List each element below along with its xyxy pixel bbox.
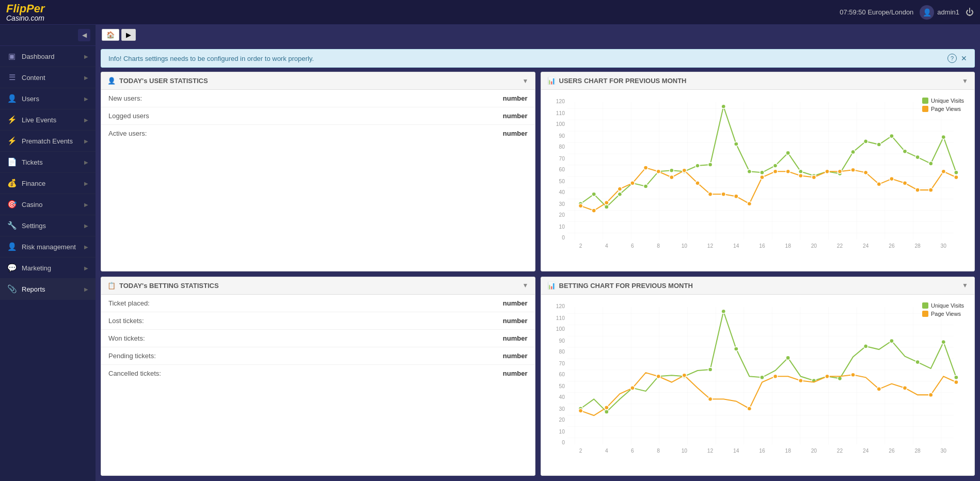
info-close-icon[interactable]: ✕: [961, 54, 967, 62]
settings-icon: 🔧: [7, 221, 17, 230]
user-stats-chevron[interactable]: ▼: [523, 77, 529, 85]
sidebar-item-tickets[interactable]: 📄 Tickets ▶: [0, 152, 96, 173]
stat-row-won-tickets: Won tickets: number: [101, 330, 535, 347]
user-stats-body: New users: number Logged users number Ac…: [101, 90, 535, 142]
svg-point-125: [721, 309, 725, 313]
content-arrow: ▶: [84, 75, 88, 81]
betting-legend-label-page-views: Page Views: [931, 311, 961, 317]
sidebar-label-content: Content: [22, 74, 45, 82]
betting-legend-dot-green: [922, 302, 928, 309]
svg-text:22: 22: [836, 243, 843, 249]
sidebar-item-users[interactable]: 👤 Users ▶: [0, 88, 96, 109]
svg-text:20: 20: [811, 243, 817, 249]
logged-users-label: Logged users: [108, 112, 149, 120]
sidebar-item-marketing[interactable]: 💬 Marketing ▶: [0, 258, 96, 279]
svg-text:8: 8: [657, 447, 660, 453]
svg-text:28: 28: [914, 243, 921, 249]
sidebar-item-dashboard[interactable]: ▣ Dashboard ▶: [0, 46, 96, 67]
casino-arrow: ▶: [84, 202, 88, 207]
users-chart-title: USERS CHART FOR PREVIOUS MONTH: [559, 77, 687, 85]
svg-text:20: 20: [559, 212, 565, 218]
users-chart-area: 0 10 20 30 40 50 60 70 80 90 100 110 120: [541, 90, 975, 260]
svg-text:14: 14: [733, 447, 739, 453]
svg-text:100: 100: [556, 326, 564, 332]
home-button[interactable]: 🏠: [102, 29, 119, 41]
sidebar-label-settings: Settings: [22, 222, 46, 230]
svg-point-68: [695, 181, 699, 185]
svg-point-87: [941, 169, 945, 173]
svg-point-82: [877, 182, 881, 186]
svg-text:80: 80: [559, 144, 565, 150]
svg-text:16: 16: [759, 447, 765, 453]
sidebar-item-settings[interactable]: 🔧 Settings ▶: [0, 215, 96, 236]
svg-text:50: 50: [559, 179, 565, 184]
svg-point-45: [786, 151, 790, 155]
logo: FlipPer Casino.com: [6, 3, 45, 22]
sidebar-item-finance[interactable]: 💰 Finance ▶: [0, 173, 96, 194]
betting-legend-label-unique-visits: Unique Visits: [931, 302, 964, 309]
svg-point-150: [954, 380, 958, 384]
svg-text:60: 60: [559, 167, 565, 172]
svg-point-50: [851, 150, 855, 154]
svg-point-69: [708, 192, 712, 196]
svg-point-46: [798, 169, 802, 173]
sidebar-item-content[interactable]: ☰ Content ▶: [0, 67, 96, 88]
sidebar-toggle-button[interactable]: ◀: [78, 29, 90, 41]
svg-point-34: [643, 184, 647, 188]
svg-point-73: [760, 175, 764, 179]
svg-text:12: 12: [707, 447, 713, 453]
sidebar-item-prematch-events[interactable]: ⚡ Prematch Events ▶: [0, 131, 96, 152]
info-help-icon[interactable]: ?: [947, 54, 957, 63]
svg-point-78: [825, 169, 829, 173]
svg-point-138: [630, 386, 634, 390]
sidebar-label-tickets: Tickets: [22, 158, 43, 166]
svg-text:60: 60: [559, 372, 565, 377]
risk-management-icon: 👤: [7, 242, 17, 251]
sidebar-item-casino[interactable]: 🎯 Casino ▶: [0, 194, 96, 215]
legend-unique-visits: Unique Visits: [922, 98, 964, 104]
tickets-icon: 📄: [7, 157, 17, 167]
svg-point-57: [941, 135, 945, 139]
topbar-user[interactable]: 👤 admin1: [920, 5, 959, 20]
legend-label-page-views: Page Views: [931, 106, 961, 112]
dashboard-grid: 👤 TODAY's USER STATISTICS ▼ New users: n…: [96, 72, 980, 481]
sidebar-item-reports[interactable]: 📎 Reports ▶: [0, 279, 96, 300]
sidebar-item-risk-management[interactable]: 👤 Risk management ▶: [0, 236, 96, 258]
stat-row-new-users: New users: number: [101, 90, 535, 107]
main-layout: ◀ ▣ Dashboard ▶ ☰ Content ▶ 👤 Users ▶: [0, 25, 980, 481]
users-chart-header: 📊 USERS CHART FOR PREVIOUS MONTH ▼: [541, 72, 975, 90]
svg-point-132: [889, 339, 893, 343]
svg-text:6: 6: [631, 243, 634, 249]
breadcrumb: 🏠 ▶: [96, 25, 980, 45]
betting-stats-body: Ticket placed: number Lost tickets: numb…: [101, 295, 535, 382]
svg-point-36: [669, 168, 673, 172]
risk-management-arrow: ▶: [84, 244, 88, 250]
finance-arrow: ▶: [84, 181, 88, 186]
stat-row-ticket-placed: Ticket placed: number: [101, 295, 535, 312]
svg-point-39: [708, 163, 712, 167]
svg-point-140: [682, 373, 686, 377]
svg-text:90: 90: [559, 133, 565, 139]
new-users-value: number: [503, 94, 528, 102]
topbar: FlipPer Casino.com 07:59:50 Europe/Londo…: [0, 0, 980, 25]
won-tickets-label: Won tickets:: [108, 334, 145, 342]
betting-chart-chevron[interactable]: ▼: [962, 282, 968, 289]
logout-icon[interactable]: ⏻: [966, 8, 974, 17]
svg-text:6: 6: [631, 447, 634, 453]
ticket-placed-value: number: [503, 299, 528, 307]
finance-icon: 💰: [7, 179, 17, 188]
cancelled-tickets-label: Cancelled tickets:: [108, 370, 161, 377]
forward-button[interactable]: ▶: [121, 29, 136, 41]
betting-stats-chevron[interactable]: ▼: [523, 282, 529, 289]
svg-point-56: [928, 162, 932, 166]
logo-flipper: FlipPer: [6, 3, 45, 14]
users-chart-chevron[interactable]: ▼: [962, 77, 968, 85]
sidebar-item-live-events[interactable]: ⚡ Live Events ▶: [0, 109, 96, 131]
user-stats-header: 👤 TODAY's USER STATISTICS ▼: [101, 72, 535, 90]
svg-point-65: [656, 169, 660, 173]
svg-text:10: 10: [681, 243, 687, 249]
betting-legend-page-views: Page Views: [922, 311, 964, 317]
svg-text:8: 8: [657, 243, 660, 249]
svg-text:18: 18: [785, 447, 791, 453]
svg-text:70: 70: [559, 156, 565, 162]
